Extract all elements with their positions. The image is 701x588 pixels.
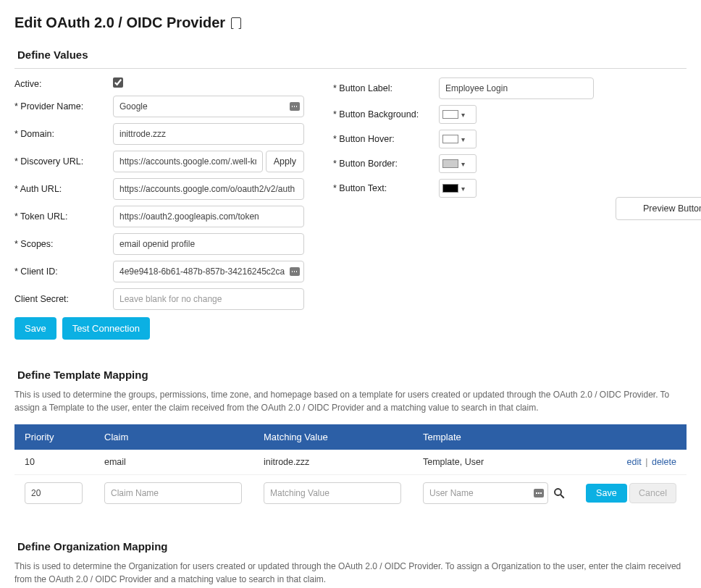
page-title-text: Edit OAuth 2.0 / OIDC Provider [14,14,225,31]
new-priority-input[interactable] [25,482,83,504]
define-values-title: Define Values [14,49,687,61]
active-checkbox[interactable] [113,77,123,88]
color-swatch-icon [442,184,458,193]
cell-template: Template, User [413,450,576,475]
search-icon[interactable] [553,487,566,500]
org-mapping-title: Define Organization Mapping [14,540,687,553]
active-label: Active: [14,79,113,89]
preview-button[interactable]: Preview Button [616,197,701,220]
provider-name-input[interactable] [113,96,304,117]
template-mapping-title: Define Template Mapping [14,369,687,381]
token-url-input[interactable] [113,206,304,227]
client-secret-label: Client Secret: [14,294,113,304]
bookmark-icon[interactable] [231,17,241,29]
th-template: Template [413,424,576,450]
apply-button[interactable]: Apply [266,151,304,172]
color-swatch-icon [442,135,458,143]
chevron-down-icon: ▾ [461,185,465,193]
button-label-input[interactable] [439,77,594,99]
provider-name-label: * Provider Name: [14,101,113,112]
button-hover-select[interactable]: ▾ [439,130,477,148]
client-secret-input[interactable] [113,288,304,310]
cell-priority: 10 [14,450,94,475]
edit-link[interactable]: edit [627,457,642,467]
cell-claim: email [94,450,253,475]
keyboard-icon [534,489,544,497]
auth-url-input[interactable] [113,178,304,200]
button-background-select[interactable]: ▾ [439,105,477,124]
button-border-label: * Button Border: [333,159,439,169]
scopes-label: * Scopes: [14,239,113,249]
th-claim: Claim [94,424,253,450]
page-title: Edit OAuth 2.0 / OIDC Provider [14,14,687,31]
discovery-url-label: * Discovery URL: [14,156,113,167]
th-matching-value: Matching Value [253,424,413,450]
client-id-input[interactable] [113,261,304,282]
button-text-label: * Button Text: [333,183,439,193]
row-save-button[interactable]: Save [586,484,627,503]
table-new-row: Save Cancel [14,475,687,512]
button-text-select[interactable]: ▾ [439,179,477,198]
template-mapping-section: Define Template Mapping This is used to … [14,369,687,511]
new-claim-input[interactable] [104,482,242,504]
delete-link[interactable]: delete [652,457,676,467]
chevron-down-icon: ▾ [461,135,465,143]
scopes-input[interactable] [113,233,304,255]
chevron-down-icon: ▾ [461,160,465,168]
org-mapping-desc: This is used to determine the Organizati… [14,560,687,586]
chevron-down-icon: ▾ [461,111,465,119]
button-border-select[interactable]: ▾ [439,154,477,173]
separator: | [645,457,647,467]
color-swatch-icon [442,110,458,119]
button-hover-label: * Button Hover: [333,134,439,144]
discovery-url-input[interactable] [113,151,263,172]
auth-url-label: * Auth URL: [14,184,113,194]
row-cancel-button[interactable]: Cancel [629,483,676,503]
keyboard-icon [290,102,300,111]
button-background-label: * Button Background: [333,109,439,119]
domain-input[interactable] [113,123,304,145]
client-id-label: * Client ID: [14,266,113,277]
domain-label: * Domain: [14,129,113,139]
test-connection-button[interactable]: Test Connection [62,317,150,340]
color-swatch-icon [442,159,458,168]
token-url-label: * Token URL: [14,211,113,222]
button-label-label: * Button Label: [333,83,439,93]
new-template-input[interactable] [423,482,548,504]
table-row: 10 email initrode.zzz Template, User edi… [14,450,687,475]
keyboard-icon [290,267,300,276]
define-values-section: Define Values Active: * Provider Name: *… [14,49,687,340]
th-priority: Priority [14,424,94,450]
svg-point-0 [555,489,561,495]
org-mapping-section: Define Organization Mapping This is used… [14,540,687,588]
svg-line-1 [561,495,564,498]
cell-matching-value: initrode.zzz [253,450,413,475]
new-matching-value-input[interactable] [264,482,401,504]
template-mapping-table: Priority Claim Matching Value Template 1… [14,424,687,511]
save-button[interactable]: Save [14,317,56,340]
template-mapping-desc: This is used to determine the groups, pe… [14,388,687,414]
